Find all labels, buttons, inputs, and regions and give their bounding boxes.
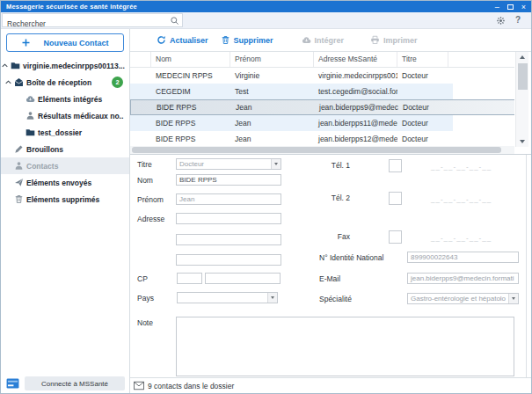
sidebar-item-label: test_dossier	[38, 128, 82, 137]
window-title: Messagerie sécurisée de santé intégrée	[6, 3, 495, 11]
column-header-adresse-mssant[interactable]: Adresse MsSanté	[314, 52, 397, 67]
sidebar-item-bo-te-de-r-ception[interactable]: Boîte de réception2	[1, 74, 129, 91]
search-icon	[170, 16, 179, 26]
ville-field[interactable]	[205, 273, 281, 284]
tel2-mask-input[interactable]: __-__-__-__-__	[431, 195, 492, 203]
specialite-select[interactable]: Gastro-entérologie et hépatolo	[407, 293, 519, 304]
connection-status-button[interactable]: Connecté à MSSanté	[25, 376, 125, 390]
horizontal-scrollbar-thumb[interactable]	[132, 147, 501, 153]
search-input[interactable]	[3, 18, 182, 30]
column-header-filler	[448, 52, 514, 67]
cp-field[interactable]	[177, 273, 202, 284]
sidebar-item-el-ments-supprim-s[interactable]: Eléments supprimés	[1, 191, 129, 208]
cps-card-icon	[6, 378, 19, 389]
identite-value: 899900022643	[411, 253, 457, 261]
chevron-up-icon[interactable]	[1, 62, 9, 69]
nom-label: Nom	[137, 176, 153, 185]
column-header-icon[interactable]	[130, 52, 151, 67]
trash-icon	[221, 35, 230, 45]
sidebar-item-virginie-medecinrpps00113[interactable]: virginie.medecinrpps00113...	[1, 57, 129, 74]
int-grer-button: Intégrer	[302, 35, 345, 45]
vertical-scrollbar[interactable]	[515, 52, 528, 147]
new-contact-button[interactable]: Nouveau Contact	[6, 33, 124, 52]
titre-dropdown-arrow-icon[interactable]	[271, 159, 281, 169]
toolbar-button-label: Imprimer	[383, 36, 418, 45]
email-field[interactable]: jean.biderpps9@medecin.formati	[407, 273, 519, 284]
maximize-button[interactable]	[507, 4, 514, 10]
tel2-small-input[interactable]	[389, 192, 402, 205]
cell-titre: Docteur	[397, 115, 448, 131]
adresse-line3-field[interactable]	[176, 254, 281, 266]
titre-select[interactable]: Docteur	[176, 158, 281, 170]
tel1-mask-input[interactable]: __-__-__-__-__	[431, 163, 492, 171]
help-icon[interactable]: ?	[515, 15, 521, 25]
supprimer-button[interactable]: Supprimer	[221, 35, 273, 45]
sidebar-item-el-ments-int-gr-s[interactable]: Eléments intégrés	[1, 91, 129, 107]
pays-label: Pays	[137, 294, 154, 303]
contact-row[interactable]: MEDECIN RPPSVirginievirginie.medecinrpps…	[130, 68, 514, 84]
cloud-download-icon	[302, 35, 311, 45]
cell-icon	[130, 68, 151, 84]
specialite-value: Gastro-entérologie et hépatolo	[411, 295, 506, 303]
scroll-up-arrow[interactable]	[516, 53, 528, 62]
pays-dropdown-arrow-icon[interactable]	[267, 293, 277, 303]
horizontal-scrollbar[interactable]	[130, 146, 514, 154]
folder-icon	[11, 61, 20, 70]
sidebar-item-brouillons[interactable]: Brouillons	[1, 141, 129, 157]
tel1-small-input[interactable]	[389, 159, 402, 172]
cell-icon	[130, 115, 151, 131]
person-icon	[26, 111, 35, 120]
sidebar-item-label: Boîte de réception	[26, 78, 91, 87]
sidebar-item-el-ments-envoy-s[interactable]: Eléments envoyés	[1, 174, 129, 191]
column-header-pr-nom[interactable]: Prénom	[230, 52, 314, 67]
vertical-scrollbar-thumb[interactable]	[518, 63, 528, 90]
column-header-nom[interactable]: Nom	[151, 52, 230, 67]
cell-nom: CEGEDIM	[151, 84, 230, 99]
fax-mask-input[interactable]: __-__-__-__-__	[431, 234, 492, 242]
settings-gear-icon[interactable]	[496, 16, 506, 26]
note-label: Note	[137, 318, 153, 327]
contact-row[interactable]: CEGEDIMTesttest.cegedim@social.form...	[130, 84, 514, 99]
scroll-down-arrow[interactable]	[516, 137, 528, 146]
prenom-value: Jean	[179, 195, 194, 203]
fax-small-input[interactable]	[389, 230, 402, 244]
nom-value: BIDE RPPS	[179, 176, 217, 184]
titre-label: Titre	[137, 160, 152, 169]
close-button[interactable]: ×	[521, 3, 526, 11]
cell-titre: Docteur	[398, 100, 449, 114]
minimize-button[interactable]: –	[495, 3, 499, 11]
refresh-icon	[157, 35, 166, 45]
contact-row[interactable]: BIDE RPPSJeanjean.biderpps9@medecin...Do…	[130, 99, 514, 115]
fax-label: Fax	[319, 232, 350, 241]
adresse-label: Adresse	[137, 215, 164, 223]
connection-bar: Connecté à MSSanté	[1, 376, 129, 390]
contact-row[interactable]: BIDE RPPSJeanjean.biderpps12@medeci...Do…	[130, 131, 514, 147]
prenom-field[interactable]: Jean	[176, 193, 281, 205]
nom-field[interactable]: BIDE RPPS	[176, 174, 281, 186]
adresse-line2-field[interactable]	[176, 234, 281, 245]
sidebar-item-label: Brouillons	[26, 145, 63, 154]
note-textarea[interactable]	[176, 317, 514, 376]
chevron-up-icon[interactable]	[4, 78, 12, 86]
cell-nom: MEDECIN RPPS	[151, 68, 230, 84]
main-area: Nouveau Contact virginie.medecinrpps0011…	[1, 29, 531, 393]
plus-icon	[21, 38, 31, 47]
new-contact-label: Nouveau Contact	[43, 39, 108, 47]
toolbar-button-label: Actualiser	[170, 36, 208, 45]
pays-select[interactable]	[177, 292, 278, 303]
adresse-line1-field[interactable]	[176, 213, 281, 224]
column-header-titre[interactable]: Titre	[397, 52, 448, 67]
search-bar: ?	[1, 12, 531, 29]
sidebar-item-r-sultats-m-dicaux-no[interactable]: Résultats médicaux no..	[1, 107, 129, 124]
specialite-dropdown-arrow-icon[interactable]	[508, 294, 518, 303]
sidebar-item-test-dossier[interactable]: test_dossier	[1, 124, 129, 141]
table-rows: MEDECIN RPPSVirginievirginie.medecinrpps…	[130, 68, 514, 147]
prenom-label: Prénom	[137, 195, 164, 204]
sidebar: Nouveau Contact virginie.medecinrpps0011…	[1, 29, 130, 393]
identite-field[interactable]: 899900022643	[407, 252, 519, 263]
actualiser-button[interactable]: Actualiser	[157, 35, 208, 45]
titlebar: Messagerie sécurisée de santé intégrée –…	[1, 1, 531, 12]
sidebar-item-contacts[interactable]: Contacts	[1, 157, 129, 174]
contact-row[interactable]: BIDE RPPSJeanjean.biderpps11@medeci...Do…	[130, 115, 514, 131]
sidebar-item-label: Eléments supprimés	[26, 195, 99, 204]
